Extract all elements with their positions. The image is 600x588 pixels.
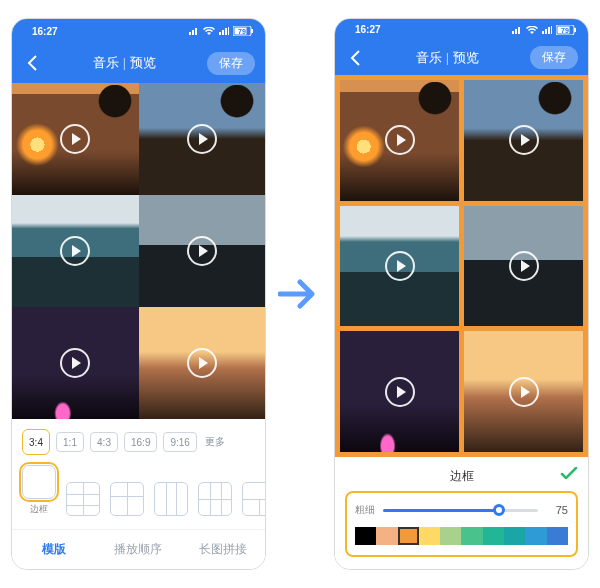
color-swatch[interactable]	[376, 527, 397, 545]
border-settings-card: 粗细 75	[345, 491, 578, 557]
save-button[interactable]: 保存	[530, 46, 578, 69]
video-thumb[interactable]	[464, 206, 583, 327]
chevron-left-icon	[350, 50, 360, 66]
play-icon	[187, 348, 217, 378]
layout-label: 边框	[22, 503, 56, 516]
back-button[interactable]	[22, 55, 42, 71]
svg-rect-6	[574, 28, 576, 32]
color-swatch[interactable]	[398, 527, 419, 545]
save-button[interactable]: 保存	[207, 52, 255, 75]
play-icon	[509, 251, 539, 281]
color-swatches	[355, 527, 568, 545]
layout-option[interactable]	[242, 482, 266, 516]
chevron-left-icon	[27, 55, 37, 71]
phone-screen-before: 16:27 79 音乐|预览 保存 3:4 1:1 4:3	[11, 18, 266, 570]
phone-screen-after: 16:27 79 音乐|预览 保存 边框	[334, 18, 589, 570]
svg-rect-2	[251, 29, 253, 33]
status-indicators: 79	[189, 26, 253, 36]
layout-option[interactable]	[198, 482, 232, 516]
ratio-option[interactable]: 4:3	[90, 432, 118, 452]
border-panel: 边框 粗细 75	[335, 457, 588, 569]
ratio-more[interactable]: 更多	[203, 432, 227, 452]
status-bar: 16:27 79	[335, 19, 588, 40]
play-icon	[385, 377, 415, 407]
svg-text:79: 79	[238, 28, 246, 35]
arrow-right-icon	[278, 277, 322, 311]
video-thumb[interactable]	[139, 83, 266, 195]
header-tab-preview[interactable]: 预览	[130, 55, 156, 70]
layout-preview-icon	[242, 482, 266, 516]
thickness-value: 75	[546, 504, 568, 516]
check-icon	[560, 467, 578, 481]
ratio-option[interactable]: 1:1	[56, 432, 84, 452]
color-swatch[interactable]	[355, 527, 376, 545]
play-icon	[60, 124, 90, 154]
status-time: 16:27	[32, 26, 58, 37]
layout-option[interactable]	[110, 482, 144, 516]
template-panel: 3:4 1:1 4:3 16:9 9:16 更多 边框 模版 播放顺序 长图拼接	[12, 419, 265, 569]
video-thumb[interactable]	[340, 206, 459, 327]
header-tab-music[interactable]: 音乐	[416, 50, 442, 65]
play-icon	[385, 251, 415, 281]
confirm-button[interactable]	[560, 467, 578, 485]
app-header: 音乐|预览 保存	[12, 43, 265, 83]
aspect-ratio-row: 3:4 1:1 4:3 16:9 9:16 更多	[22, 429, 255, 455]
play-icon	[509, 125, 539, 155]
status-time: 16:27	[355, 24, 381, 35]
header-tab-preview[interactable]: 预览	[453, 50, 479, 65]
tab-long-stitch[interactable]: 长图拼接	[181, 530, 265, 569]
bottom-tabs: 模版 播放顺序 长图拼接	[12, 529, 265, 569]
video-thumb[interactable]	[12, 195, 139, 307]
layout-preview-icon	[22, 465, 56, 499]
ratio-option-selected[interactable]: 3:4	[22, 429, 50, 455]
play-icon	[187, 236, 217, 266]
layout-row: 边框	[22, 465, 255, 516]
layout-option-border[interactable]: 边框	[22, 465, 56, 516]
color-swatch[interactable]	[504, 527, 525, 545]
slider-thumb[interactable]	[493, 504, 505, 516]
video-grid	[12, 83, 265, 419]
video-thumb[interactable]	[12, 307, 139, 419]
play-icon	[60, 236, 90, 266]
header-tab-music[interactable]: 音乐	[93, 55, 119, 70]
thickness-label: 粗细	[355, 503, 375, 517]
tab-play-order[interactable]: 播放顺序	[96, 530, 180, 569]
color-swatch[interactable]	[419, 527, 440, 545]
video-thumb[interactable]	[464, 80, 583, 201]
header-tabs[interactable]: 音乐|预览	[93, 54, 156, 72]
color-swatch[interactable]	[525, 527, 546, 545]
play-icon	[187, 124, 217, 154]
tab-template[interactable]: 模版	[12, 530, 96, 569]
video-thumb[interactable]	[12, 83, 139, 195]
video-thumb[interactable]	[139, 307, 266, 419]
back-button[interactable]	[345, 50, 365, 66]
layout-preview-icon	[66, 482, 100, 516]
video-thumb[interactable]	[340, 331, 459, 452]
slider-fill	[383, 509, 499, 512]
layout-preview-icon	[154, 482, 188, 516]
thickness-slider-row: 粗细 75	[355, 503, 568, 517]
app-header: 音乐|预览 保存	[335, 40, 588, 75]
video-thumb[interactable]	[340, 80, 459, 201]
play-icon	[385, 125, 415, 155]
color-swatch[interactable]	[547, 527, 568, 545]
thickness-slider[interactable]	[383, 509, 538, 512]
layout-option[interactable]	[66, 482, 100, 516]
ratio-option[interactable]: 9:16	[163, 432, 196, 452]
color-swatch[interactable]	[483, 527, 504, 545]
layout-preview-icon	[198, 482, 232, 516]
play-icon	[509, 377, 539, 407]
svg-text:79: 79	[561, 27, 569, 34]
layout-preview-icon	[110, 482, 144, 516]
video-thumb[interactable]	[464, 331, 583, 452]
header-tabs[interactable]: 音乐|预览	[416, 49, 479, 67]
layout-option[interactable]	[154, 482, 188, 516]
status-bar: 16:27 79	[12, 19, 265, 43]
color-swatch[interactable]	[461, 527, 482, 545]
video-thumb[interactable]	[139, 195, 266, 307]
play-icon	[60, 348, 90, 378]
ratio-option[interactable]: 16:9	[124, 432, 157, 452]
color-swatch[interactable]	[440, 527, 461, 545]
status-indicators: 79	[512, 25, 576, 35]
panel-title: 边框	[450, 468, 474, 485]
